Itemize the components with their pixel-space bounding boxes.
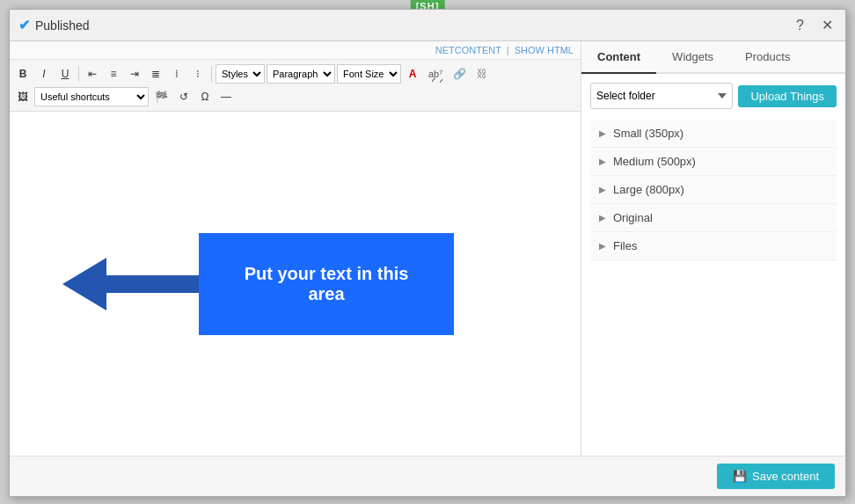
tree-arrow-medium: ▶	[599, 157, 606, 166]
right-panel: Content Widgets Products Select folder U…	[581, 41, 845, 456]
ordered-list-button[interactable]: ⁝	[188, 64, 208, 84]
arrow-shaft	[106, 275, 212, 293]
tree-label-original: Original	[613, 211, 653, 224]
close-button[interactable]: ✕	[818, 15, 837, 35]
tree-label-large: Large (800px)	[613, 183, 684, 196]
netcontent-link[interactable]: NETCONTENT	[435, 45, 501, 55]
toolbar-separator-1	[78, 66, 79, 82]
fontsize-select[interactable]: Font Size	[337, 64, 401, 84]
tree-arrow-large: ▶	[599, 185, 606, 194]
font-color-button[interactable]: A	[403, 64, 422, 84]
image-insert-button[interactable]: 🖼	[13, 87, 33, 106]
shortcuts-select[interactable]: Useful shortcuts	[34, 87, 149, 106]
save-icon: 💾	[733, 470, 747, 483]
save-content-button[interactable]: 💾 Save content	[717, 464, 835, 489]
modal-title: Published	[35, 18, 90, 33]
tree-item-large[interactable]: ▶ Large (800px)	[590, 176, 837, 204]
omega-button[interactable]: Ω	[195, 87, 215, 106]
link-separator: |	[507, 45, 509, 55]
help-button[interactable]: ?	[793, 16, 808, 35]
tab-widgets[interactable]: Widgets	[656, 41, 729, 74]
placeholder-text: Put your text in this area	[245, 264, 409, 303]
tree-item-original[interactable]: ▶ Original	[590, 204, 837, 232]
styles-select[interactable]: Styles	[216, 64, 265, 84]
highlight-button[interactable]: ab⁷	[424, 64, 447, 84]
published-checkmark-icon: ✔	[18, 17, 30, 33]
align-justify-button[interactable]: ≣	[146, 64, 165, 84]
tab-content[interactable]: Content	[581, 41, 656, 74]
toolbar-row-1: B I U ⇤ ≡ ⇥ ≣ ⁞ ⁝ Styles Paragraph	[13, 62, 577, 85]
tree-label-medium: Medium (500px)	[613, 155, 696, 168]
editor-content[interactable]: Put your text in this area	[10, 112, 581, 456]
dash-button[interactable]: —	[216, 87, 236, 106]
upload-controls: Select folder Upload Things	[590, 83, 837, 109]
underline-button[interactable]: U	[55, 64, 75, 84]
right-tabs: Content Widgets Products	[581, 41, 845, 74]
toolbar-row-2: 🖼 Useful shortcuts 🏁 ↺ Ω —	[13, 85, 577, 108]
tree-list: ▶ Small (350px) ▶ Medium (500px) ▶ Large…	[590, 120, 837, 260]
editor-area: NETCONTENT | SHOW HTML B I U ⇤ ≡ ⇥ ≣ ⁞ ⁝	[10, 41, 581, 456]
toolbar-separator-2	[211, 66, 212, 82]
bold-button[interactable]: B	[13, 64, 33, 84]
modal: ✔ Published ? ✕ NETCONTENT | SHOW HTML B…	[9, 9, 846, 497]
modal-body: NETCONTENT | SHOW HTML B I U ⇤ ≡ ⇥ ≣ ⁞ ⁝	[10, 41, 845, 456]
placeholder-box[interactable]: Put your text in this area	[199, 233, 454, 335]
refresh-button[interactable]: ↺	[174, 87, 194, 106]
align-right-button[interactable]: ⇥	[125, 64, 144, 84]
paragraph-select[interactable]: Paragraph	[267, 64, 335, 84]
align-center-button[interactable]: ≡	[104, 64, 123, 84]
link-button[interactable]: 🔗	[449, 64, 471, 84]
toolbar: B I U ⇤ ≡ ⇥ ≣ ⁞ ⁝ Styles Paragraph	[10, 60, 581, 112]
flag-button[interactable]: 🏁	[150, 87, 172, 106]
folder-select[interactable]: Select folder	[590, 83, 733, 109]
editor-top-links: NETCONTENT | SHOW HTML	[10, 41, 581, 60]
tab-products[interactable]: Products	[729, 41, 806, 74]
tree-item-medium[interactable]: ▶ Medium (500px)	[590, 148, 837, 176]
header-actions: ? ✕	[793, 15, 837, 35]
title-area: ✔ Published	[18, 17, 90, 33]
align-left-button[interactable]: ⇤	[83, 64, 102, 84]
tree-label-files: Files	[613, 239, 637, 252]
modal-header: ✔ Published ? ✕	[10, 10, 845, 41]
italic-button[interactable]: I	[34, 64, 54, 84]
tree-label-small: Small (350px)	[613, 127, 683, 140]
right-panel-content: Select folder Upload Things ▶ Small (350…	[581, 74, 845, 456]
tree-arrow-small: ▶	[599, 128, 606, 138]
show-html-link[interactable]: SHOW HTML	[515, 45, 574, 55]
arrow-left-shape	[62, 258, 106, 310]
unordered-list-button[interactable]: ⁞	[167, 64, 186, 84]
modal-footer: 💾 Save content	[10, 456, 845, 496]
unlink-button[interactable]: ⛓	[472, 64, 492, 84]
tree-arrow-original: ▶	[599, 213, 606, 223]
save-label: Save content	[752, 470, 819, 483]
arrow-indicator	[62, 258, 212, 310]
tree-arrow-files: ▶	[599, 241, 606, 251]
tree-item-small[interactable]: ▶ Small (350px)	[590, 120, 837, 148]
upload-button[interactable]: Upload Things	[738, 85, 837, 107]
tree-item-files[interactable]: ▶ Files	[590, 232, 837, 260]
